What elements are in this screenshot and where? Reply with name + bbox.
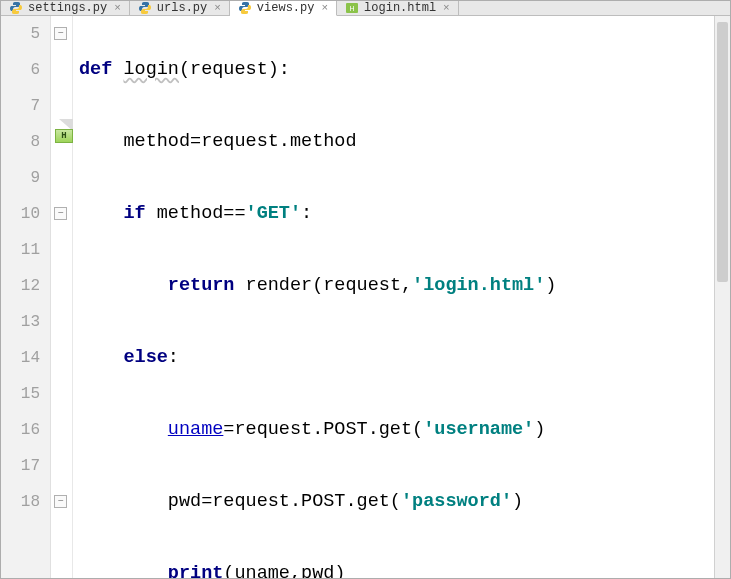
html-bookmark-badge[interactable]: H [55, 129, 73, 143]
code-area[interactable]: def login(request): method=request.metho… [73, 16, 714, 579]
tab-views-py[interactable]: views.py × [230, 1, 337, 16]
code-line: pwd=request.POST.get('password') [79, 484, 714, 520]
code-line: return render(request,'login.html') [79, 268, 714, 304]
html-icon: H [345, 1, 359, 15]
fold-toggle-icon[interactable]: − [54, 207, 67, 220]
fold-toggle-icon[interactable]: − [54, 27, 67, 40]
fold-toggle-icon[interactable]: − [54, 495, 67, 508]
fold-gutter: − − − [51, 16, 73, 579]
code-line: def login(request): [79, 52, 714, 88]
line-number: 11 [1, 232, 40, 268]
code-line: method=request.method [79, 124, 714, 160]
code-editor[interactable]: 5 6 7 8 9 10 11 12 13 14 15 16 17 18 H −… [1, 16, 730, 579]
python-icon [138, 1, 152, 15]
line-number: 8 [1, 124, 40, 160]
close-icon[interactable]: × [321, 2, 328, 14]
code-line: uname=request.POST.get('username') [79, 412, 714, 448]
svg-text:H: H [350, 5, 355, 12]
line-number: 18 [1, 484, 40, 520]
python-icon [238, 1, 252, 15]
close-icon[interactable]: × [114, 2, 121, 14]
line-number: 17 [1, 448, 40, 484]
code-line: if method=='GET': [79, 196, 714, 232]
close-icon[interactable]: × [443, 2, 450, 14]
tab-urls-py[interactable]: urls.py × [130, 1, 230, 15]
tab-login-html[interactable]: H login.html × [337, 1, 459, 15]
scroll-thumb[interactable] [717, 22, 728, 282]
tab-bar: settings.py × urls.py × views.py × H log… [1, 1, 730, 16]
line-number: 14 [1, 340, 40, 376]
line-number: 7 [1, 88, 40, 124]
python-icon [9, 1, 23, 15]
tab-label: login.html [364, 1, 436, 15]
line-number: 6 [1, 52, 40, 88]
line-number: 13 [1, 304, 40, 340]
tab-label: settings.py [28, 1, 107, 15]
line-number: 15 [1, 376, 40, 412]
line-number: 16 [1, 412, 40, 448]
tab-settings-py[interactable]: settings.py × [1, 1, 130, 15]
tab-label: urls.py [157, 1, 207, 15]
close-icon[interactable]: × [214, 2, 221, 14]
code-line: else: [79, 340, 714, 376]
line-number: 10 [1, 196, 40, 232]
code-line: print(uname,pwd) [79, 556, 714, 579]
line-number-gutter: 5 6 7 8 9 10 11 12 13 14 15 16 17 18 [1, 16, 51, 579]
tab-label: views.py [257, 1, 315, 15]
line-number: 5 [1, 16, 40, 52]
line-number: 9 [1, 160, 40, 196]
vertical-scrollbar[interactable] [714, 16, 730, 579]
line-number: 12 [1, 268, 40, 304]
